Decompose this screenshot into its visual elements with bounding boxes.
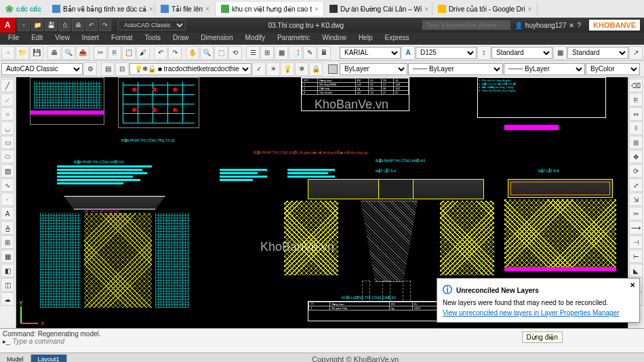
layer-iso-button[interactable]: ☀	[266, 62, 280, 76]
open-button[interactable]: 📁	[16, 46, 29, 60]
zoom-window-button[interactable]: ⬚	[214, 46, 228, 60]
publish-button[interactable]: 📤	[76, 46, 89, 60]
notif-close-icon[interactable]: ✕	[630, 281, 635, 289]
new-icon[interactable]: ▫	[18, 19, 30, 31]
ws-settings-icon[interactable]: ⚙	[83, 62, 97, 76]
workspace2-select[interactable]: AutoCAD Classic	[1, 63, 83, 75]
close-icon[interactable]: ×	[424, 5, 428, 13]
zoom-prev-button[interactable]: ⟲	[228, 46, 242, 60]
print-button[interactable]: 🖶	[47, 46, 61, 60]
region-icon[interactable]: ◧	[1, 264, 14, 277]
color-swatch[interactable]	[328, 64, 338, 74]
circle-icon[interactable]: ○	[1, 107, 14, 121]
chamfer-icon[interactable]: ◣	[629, 264, 643, 277]
menu-modify[interactable]: Modify	[240, 33, 270, 45]
save-icon[interactable]: 💾	[45, 19, 57, 31]
workspace-select[interactable]: AutoCAD Classic	[118, 20, 186, 31]
browser-tab-4[interactable]: Drive của tôi - Google Dri×	[432, 2, 538, 16]
linetype-select[interactable]: ─── ByLayer	[408, 63, 503, 75]
scale-icon[interactable]: ⤢	[629, 178, 643, 192]
sheetset-button[interactable]: 📑	[289, 46, 302, 60]
dimstyle-icon[interactable]: ⟟	[477, 46, 491, 60]
model-tab[interactable]: Model	[0, 355, 31, 363]
exchange-icon[interactable]: ✕	[569, 22, 574, 29]
layer-off-button[interactable]: 💡	[281, 62, 294, 76]
color-select[interactable]: ByLayer	[340, 63, 407, 75]
undo-button[interactable]: ↶	[154, 46, 167, 60]
layer-states-button[interactable]: ⊟	[115, 62, 129, 76]
wipeout-icon[interactable]: ◫	[1, 278, 14, 291]
textstyle-a-icon[interactable]: A	[401, 46, 415, 60]
redo-icon[interactable]: ↷	[99, 19, 111, 31]
new-button[interactable]: ▫	[1, 46, 15, 60]
acad-logo-icon[interactable]: A	[0, 18, 15, 33]
open-icon[interactable]: 📁	[31, 19, 43, 31]
zoom-button[interactable]: 🔍	[200, 46, 214, 60]
ellipse-icon[interactable]: ⬭	[1, 150, 14, 163]
copy-button[interactable]: ⎘	[108, 46, 121, 60]
browser-tab-0[interactable]: Bản vẽ bảng tính xe đúc cầ×	[47, 2, 155, 16]
layout1-tab[interactable]: Layout1	[31, 355, 67, 363]
line-icon[interactable]: ╱	[1, 79, 14, 92]
help-icon[interactable]: ?	[577, 22, 581, 29]
array-icon[interactable]: ⊞	[629, 136, 643, 149]
browser-tab-1[interactable]: Tải file lên×	[155, 2, 216, 16]
menu-insert[interactable]: Insert	[77, 33, 104, 45]
toolpalette-button[interactable]: ▦	[275, 46, 288, 60]
username[interactable]: huyhoang127	[525, 22, 567, 29]
trim-icon[interactable]: ✂	[629, 207, 643, 220]
undo-icon[interactable]: ↶	[85, 19, 98, 31]
stretch-icon[interactable]: ⇲	[629, 193, 643, 206]
lineweight-select[interactable]: ─── ByLayer	[504, 63, 585, 75]
layer-select[interactable]: 💡❄🔓 ■ tracdocthietketracdocthietke	[129, 63, 251, 75]
rectangle-icon[interactable]: ▭	[1, 136, 14, 149]
menu-dimension[interactable]: Dimension	[195, 33, 238, 45]
designcenter-button[interactable]: ⊞	[260, 46, 274, 60]
layer-props-button[interactable]: ▤	[101, 62, 115, 76]
print-icon[interactable]: 🖶	[72, 19, 84, 31]
menu-tools[interactable]: Tools	[140, 33, 166, 45]
textstyle-select[interactable]: KARIAL	[340, 47, 401, 59]
close-icon[interactable]: ×	[315, 5, 319, 13]
block-icon[interactable]: ⊞	[1, 235, 14, 249]
hatch-icon[interactable]: ▨	[1, 164, 14, 178]
rotate-icon[interactable]: ⟳	[629, 164, 643, 178]
layer-lock-button[interactable]: 🔒	[309, 62, 323, 76]
close-icon[interactable]: ×	[205, 5, 209, 13]
menu-file[interactable]: File	[3, 33, 24, 45]
move-icon[interactable]: ✥	[629, 150, 643, 163]
mleader-icon[interactable]: ↗	[629, 46, 643, 60]
browser-tab-3[interactable]: Dự án Đường Cái Lân – Wi×	[324, 2, 432, 16]
browser-tab-2[interactable]: khu cn việt hưng đến cao t×	[216, 2, 324, 16]
close-icon[interactable]: ×	[149, 5, 153, 13]
menu-window[interactable]: Window	[317, 33, 352, 45]
break-icon[interactable]: ⊣	[629, 235, 643, 249]
preview-button[interactable]: 🔍	[62, 46, 75, 60]
pan-button[interactable]: ✋	[186, 46, 199, 60]
erase-icon[interactable]: ⌫	[629, 79, 643, 92]
help-search-input[interactable]	[422, 20, 510, 30]
dimstyle-select[interactable]: D125	[416, 47, 477, 59]
save-button[interactable]: 💾	[30, 46, 43, 60]
extend-icon[interactable]: ⟶	[629, 221, 643, 235]
plotstyle-select[interactable]: ByColor	[586, 63, 640, 75]
layer-freeze-button[interactable]: ❄	[295, 62, 308, 76]
calc-button[interactable]: 🖩	[317, 46, 331, 60]
tablestyle-select[interactable]: Standard	[491, 47, 552, 59]
menu-express[interactable]: Express	[379, 33, 414, 45]
mleader-select[interactable]: Standard	[567, 47, 628, 59]
mirror-icon[interactable]: ⇔	[629, 107, 643, 121]
matchprop-button[interactable]: 🖌	[136, 46, 150, 60]
revcloud-icon[interactable]: ☁	[1, 292, 14, 306]
saveas-icon[interactable]: ⎙	[58, 19, 71, 31]
arc-icon[interactable]: ◡	[1, 121, 14, 135]
user-icon[interactable]: 👤	[515, 22, 523, 29]
redo-button[interactable]: ↷	[168, 46, 182, 60]
properties-button[interactable]: ☰	[246, 46, 260, 60]
tablestyle-icon[interactable]: ▦	[553, 46, 567, 60]
mtext-icon[interactable]: A̲	[1, 221, 14, 235]
polyline-icon[interactable]: ⟋	[1, 93, 14, 106]
text-icon[interactable]: A	[1, 207, 14, 220]
menu-format[interactable]: Format	[106, 33, 138, 45]
close-icon[interactable]: ×	[528, 5, 532, 13]
